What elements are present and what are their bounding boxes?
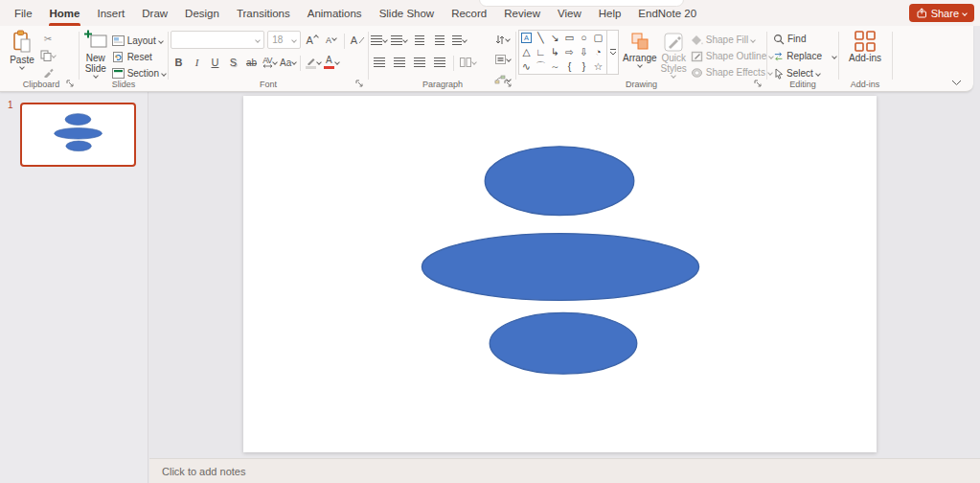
paragraph-group: Paragraph [371,26,514,91]
shape-star-icon[interactable]: ☆ [594,61,603,72]
arrow-left-right-icon [263,64,272,68]
format-painter-button[interactable] [40,65,56,78]
shape-down-arrow-icon[interactable]: ⇩ [580,47,588,58]
cut-button[interactable]: ✂ [40,33,56,45]
arrange-button[interactable]: Arrange [623,30,657,80]
clipboard-dialog-launcher[interactable] [66,80,75,88]
text-shadow-button[interactable]: S [225,54,241,71]
collapse-ribbon-button[interactable] [951,80,962,86]
find-button[interactable]: Find [773,32,836,46]
share-icon [917,8,927,18]
shape-elbow-connector-icon[interactable]: ∟ [536,47,545,58]
character-spacing-button[interactable]: AV [262,54,278,71]
bold-button[interactable]: B [171,54,187,71]
letter-a: A [326,35,331,45]
justify-button[interactable] [431,54,447,71]
columns-button[interactable] [460,54,476,71]
shape-outline-button[interactable]: Shape Outline [691,49,773,63]
select-button[interactable]: Select [773,66,836,80]
addins-button[interactable]: Add-ins [844,30,886,63]
shape-arc-icon[interactable]: ⌒ [536,61,546,72]
slide-shape-ellipse-2[interactable] [422,234,698,301]
tab-animations[interactable]: Animations [299,0,371,26]
tab-file[interactable]: File [6,0,41,26]
slide-thumbnail-svg [24,105,132,164]
new-slide-label: New Slide [81,53,110,74]
section-button[interactable]: Section [112,66,166,80]
reset-icon [112,52,125,62]
paragraph-dialog-launcher[interactable] [504,80,513,88]
shape-line-arrow-icon[interactable]: ↘ [551,33,559,43]
shape-line-icon[interactable]: ╲ [537,33,543,43]
align-center-button[interactable] [391,54,407,71]
text-highlight-color-button[interactable] [305,54,321,71]
copy-button[interactable] [40,49,56,61]
drawing-group-label: Drawing [518,80,764,89]
shape-text-box-icon[interactable]: A [521,33,532,43]
tab-home[interactable]: Home [41,0,89,26]
slide-shape-ellipse-3 [66,141,91,150]
shape-rectangle-icon[interactable]: ▭ [565,33,575,43]
shape-fill-button[interactable]: Shape Fill [691,33,773,47]
paste-button[interactable]: Paste [6,30,38,78]
slide-thumbnail-1[interactable] [20,103,136,167]
notes-pane[interactable]: Click to add notes [149,458,980,483]
bullets-button[interactable] [371,32,387,49]
reset-button[interactable]: Reset [112,50,166,64]
decrease-indent-button[interactable] [411,32,427,49]
tab-insert[interactable]: Insert [88,0,133,26]
tab-design[interactable]: Design [176,0,228,26]
new-slide-button[interactable]: New Slide [81,30,110,80]
search-bar[interactable] [479,0,684,7]
shape-curve-icon[interactable]: ～ [550,61,560,72]
shape-elbow-arrow-connector-icon[interactable]: ↳ [551,47,559,58]
addins-group-label: Add-ins [840,80,890,89]
chevron-down-icon [291,37,297,43]
shape-effects-button[interactable]: Shape Effects [691,65,773,80]
shape-right-brace-icon[interactable]: } [582,61,586,72]
layout-button[interactable]: Layout [112,34,166,48]
drawing-dialog-launcher[interactable] [754,80,763,88]
shape-scribble-icon[interactable]: ∿ [522,61,531,72]
shape-pie-icon[interactable]: ◔ [595,47,601,58]
clear-formatting-button[interactable]: A [350,32,366,49]
shape-rounded-rectangle-icon[interactable]: ▢ [594,33,604,43]
increase-indent-button[interactable] [431,32,447,49]
shape-isoceles-triangle-icon[interactable]: △ [522,47,530,58]
align-right-button[interactable] [411,54,427,71]
change-case-button[interactable]: Aa [280,54,296,71]
replace-button[interactable]: Replace [773,49,836,63]
chevron-down-icon [462,37,467,43]
align-text-button[interactable] [494,51,511,68]
font-dialog-launcher[interactable] [355,80,364,88]
quick-styles-button[interactable]: Quick Styles [661,30,687,80]
strikethrough-button[interactable]: ab [243,54,260,71]
underline-button[interactable]: U [207,54,223,71]
share-button[interactable]: Share [909,4,974,22]
chevron-down-icon [158,38,164,44]
tab-transitions[interactable]: Transitions [228,0,299,26]
slide-canvas[interactable] [243,96,877,452]
font-color-button[interactable]: A [323,54,339,71]
font-size-combobox[interactable]: 18 [267,31,301,49]
shape-oval-icon[interactable]: ○ [581,33,586,43]
chevron-down-icon [506,57,512,62]
shape-left-brace-icon[interactable]: { [568,61,572,72]
shape-right-arrow-icon[interactable]: ⇨ [565,47,574,58]
numbering-button[interactable] [391,32,407,49]
line-spacing-button[interactable] [451,32,467,49]
text-direction-button[interactable] [494,31,511,48]
align-left-button[interactable] [371,54,387,71]
italic-button[interactable]: I [189,54,205,71]
decrease-font-size-button[interactable]: A [323,32,339,49]
slide-number: 1 [8,100,13,110]
line-spacing-icon [452,35,462,45]
font-name-combobox[interactable] [171,31,264,49]
more-shapes-button[interactable] [607,30,619,75]
text-direction-icon [495,34,505,45]
increase-font-size-button[interactable]: A [304,32,320,49]
tab-slide-show[interactable]: Slide Show [371,0,444,26]
slide-shape-ellipse-3[interactable] [490,312,637,374]
tab-draw[interactable]: Draw [133,0,176,26]
slide-shape-ellipse-1[interactable] [485,147,634,216]
